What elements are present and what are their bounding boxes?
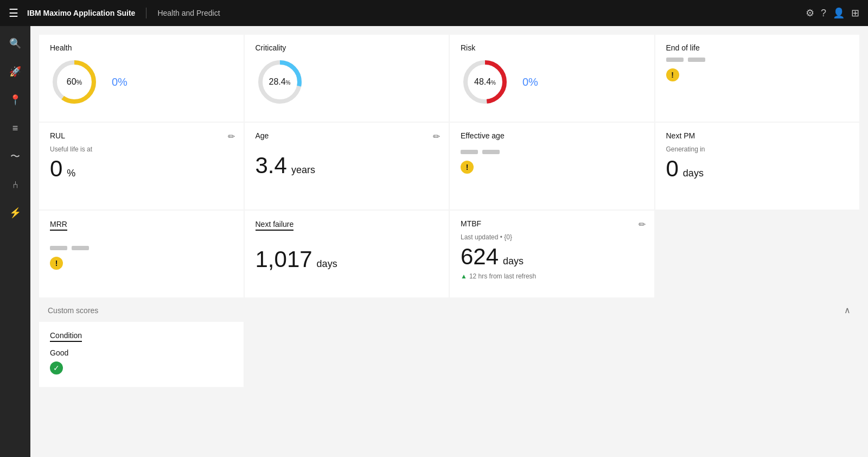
mrr-card: MRR ! xyxy=(39,211,244,297)
condition-title: Condition xyxy=(50,331,82,342)
effective-age-title: Effective age xyxy=(461,131,643,141)
next-pm-title: Next PM xyxy=(666,131,849,141)
sidebar-item-hierarchy[interactable]: ⑃ xyxy=(2,172,28,198)
risk-donut-label: 48.4% xyxy=(474,77,496,87)
dash-block-5 xyxy=(50,246,67,250)
mtbf-title: MTBF xyxy=(461,219,643,229)
risk-donut: 48.4% xyxy=(461,58,509,106)
dash-block-2 xyxy=(688,58,705,62)
sidebar-item-bolt[interactable]: ⚡ xyxy=(2,200,28,226)
next-pm-unit: days xyxy=(683,168,704,179)
sidebar-item-chart[interactable]: 〜 xyxy=(2,143,28,169)
next-pm-card: Next PM Generating in 0 days xyxy=(655,123,860,210)
effective-age-warning-icon: ! xyxy=(461,161,474,174)
criticality-card: Criticality 28.4% xyxy=(245,35,449,122)
end-of-life-card: End of life ! xyxy=(655,35,860,122)
empty-slot-card xyxy=(655,211,860,297)
criticality-donut: 28.4% xyxy=(256,58,304,106)
app-subtitle: Health and Predict xyxy=(157,9,220,17)
apps-icon[interactable]: ⊞ xyxy=(851,7,859,19)
age-edit-icon[interactable]: ✏ xyxy=(433,131,440,142)
end-of-life-warning-icon: ! xyxy=(666,68,679,81)
settings-icon[interactable]: ⚙ xyxy=(806,7,814,19)
custom-scores-label: Custom scores xyxy=(48,306,98,315)
rul-card: RUL ✏ Useful life is at 0 % xyxy=(39,123,244,210)
mtbf-value: 624 xyxy=(461,245,499,268)
criticality-donut-label: 28.4% xyxy=(269,77,290,87)
age-unit: years xyxy=(291,164,315,176)
effective-age-card: Effective age ! xyxy=(450,123,654,210)
app-title: IBM Maximo Application Suite xyxy=(27,9,135,17)
sidebar-item-location[interactable]: 📍 xyxy=(2,87,28,113)
effective-age-placeholder xyxy=(461,150,643,154)
next-failure-value: 1,017 xyxy=(256,248,312,271)
hamburger-menu-icon[interactable]: ☰ xyxy=(9,7,18,20)
rul-edit-icon[interactable]: ✏ xyxy=(228,131,235,142)
rul-title: RUL xyxy=(50,131,233,141)
next-failure-title: Next failure xyxy=(256,220,294,231)
age-value: 3.4 xyxy=(256,154,287,177)
health-donut-wrap: 60% 0% xyxy=(50,58,233,106)
help-icon[interactable]: ? xyxy=(821,8,826,19)
topnav: ☰ IBM Maximo Application Suite Health an… xyxy=(0,0,868,26)
risk-donut-wrap: 48.4% 0% xyxy=(461,58,643,106)
next-failure-unit: days xyxy=(317,258,337,270)
metrics-grid: Health 60% 0% Criticality xyxy=(39,35,859,297)
health-donut-label: 60% xyxy=(67,77,82,87)
rul-value: 0 xyxy=(50,157,62,180)
rul-subtitle: Useful life is at xyxy=(50,145,233,153)
risk-side-value: 0% xyxy=(522,76,538,88)
rul-unit: % xyxy=(67,168,75,179)
mtbf-up-arrow-icon: ▲ xyxy=(461,272,467,280)
sidebar: 🔍 🚀 📍 ≡ 〜 ⑃ ⚡ xyxy=(0,26,30,457)
mrr-title: MRR xyxy=(50,220,67,231)
next-pm-subtitle: Generating in xyxy=(666,145,849,153)
nav-divider xyxy=(146,8,146,18)
criticality-title: Criticality xyxy=(256,43,438,53)
sidebar-item-rocket[interactable]: 🚀 xyxy=(2,59,28,85)
mtbf-card: MTBF ✏ Last updated • {0} 624 days ▲ 12 … xyxy=(450,211,654,297)
health-donut: 60% xyxy=(50,58,99,106)
end-of-life-placeholder xyxy=(666,58,849,62)
sidebar-item-list[interactable]: ≡ xyxy=(2,115,28,141)
mrr-placeholder xyxy=(50,246,233,250)
risk-title: Risk xyxy=(461,43,643,53)
mtbf-unit: days xyxy=(503,256,524,267)
chevron-up-icon: ∧ xyxy=(844,305,851,315)
condition-check-icon: ✓ xyxy=(50,361,63,375)
custom-scores-header[interactable]: Custom scores ∧ xyxy=(39,299,859,322)
condition-value: Good xyxy=(50,348,233,357)
dash-block-4 xyxy=(482,150,500,154)
health-title: Health xyxy=(50,43,233,53)
user-icon[interactable]: 👤 xyxy=(833,7,845,19)
mtbf-refresh-text: 12 hrs from last refresh xyxy=(469,272,536,280)
age-title: Age xyxy=(256,131,438,141)
dash-block-3 xyxy=(461,150,478,154)
main-content: Health 60% 0% Criticality xyxy=(30,26,868,457)
next-failure-card: Next failure 1,017 days xyxy=(245,211,449,297)
mtbf-subtitle: Last updated • {0} xyxy=(461,233,643,241)
next-pm-value: 0 xyxy=(666,157,679,180)
condition-card: Condition Good ✓ xyxy=(39,322,244,387)
health-side-value: 0% xyxy=(112,76,127,88)
nav-action-icons: ⚙ ? 👤 ⊞ xyxy=(806,7,859,19)
mrr-warning-icon: ! xyxy=(50,257,63,270)
dash-block-1 xyxy=(666,58,684,62)
risk-card: Risk 48.4% 0% xyxy=(450,35,654,122)
sidebar-item-search[interactable]: 🔍 xyxy=(2,30,28,56)
health-card: Health 60% 0% xyxy=(39,35,244,122)
dash-block-6 xyxy=(72,246,89,250)
end-of-life-title: End of life xyxy=(666,43,849,53)
age-card: Age ✏ 3.4 years xyxy=(245,123,449,210)
mtbf-edit-icon[interactable]: ✏ xyxy=(639,219,646,230)
custom-scores-grid: Condition Good ✓ xyxy=(39,322,859,396)
criticality-donut-wrap: 28.4% xyxy=(256,58,438,106)
